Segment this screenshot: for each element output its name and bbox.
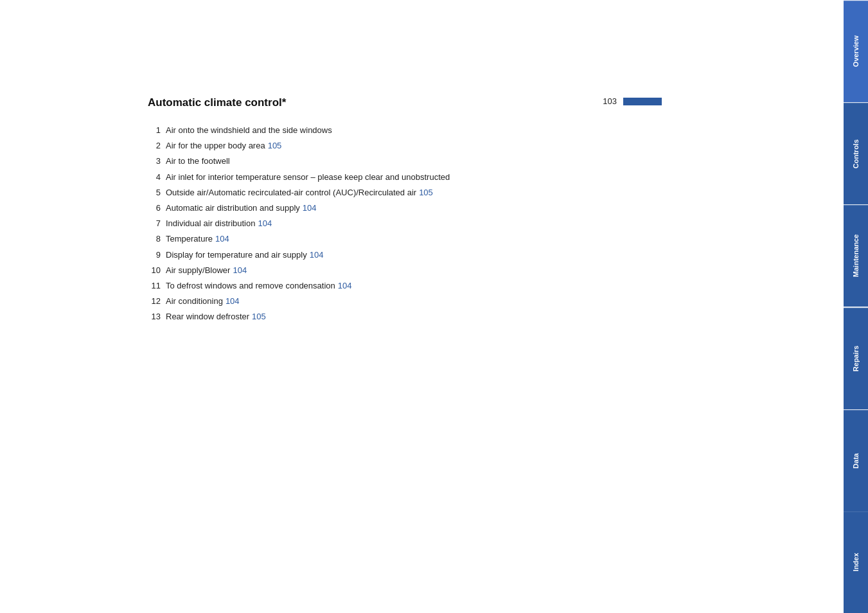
list-item: 5Outside air/Automatic recirculated-air … [148,187,662,199]
sidebar-tab-maintenance[interactable]: Maintenance [844,204,868,306]
item-number: 8 [148,233,166,245]
item-text: Air to the footwell [166,155,662,167]
page-number-bar [623,98,662,105]
item-text: Air supply/Blower104 [166,265,662,276]
page-title: Automatic climate control* [148,96,286,109]
item-number: 9 [148,249,166,261]
item-page-link[interactable]: 104 [303,203,317,213]
list-item: 2Air for the upper body area105 [148,140,662,152]
item-text: Air onto the windshield and the side win… [166,125,662,136]
list-item: 4Air inlet for interior temperature sens… [148,172,662,183]
main-content: Automatic climate control* 103 1Air onto… [148,96,662,326]
item-text: Air inlet for interior temperature senso… [166,172,662,183]
list-item: 8Temperature104 [148,233,662,245]
item-page-link[interactable]: 105 [268,141,282,150]
item-number: 7 [148,218,166,229]
list-item: 12Air conditioning104 [148,296,662,307]
list-item: 1Air onto the windshield and the side wi… [148,125,662,136]
list-item: 11To defrost windows and remove condensa… [148,280,662,292]
item-text: Automatic air distribution and supply104 [166,202,662,214]
list-item: 7Individual air distribution104 [148,218,662,229]
list-item: 3Air to the footwell [148,155,662,167]
item-text: Air for the upper body area105 [166,140,662,152]
item-number: 1 [148,125,166,136]
item-number: 4 [148,172,166,183]
sidebar-tab-index[interactable]: Index [844,511,868,613]
item-number: 5 [148,187,166,199]
item-page-link[interactable]: 104 [338,281,352,290]
item-page-link[interactable]: 104 [258,218,272,228]
item-text: Individual air distribution104 [166,218,662,229]
item-number: 10 [148,265,166,276]
right-sidebar: OverviewControlsMaintenanceRepairsDataIn… [844,0,868,613]
sidebar-tab-controls[interactable]: Controls [844,102,868,204]
page-number-area: 103 [603,96,662,106]
item-text: Rear window defroster105 [166,311,662,323]
item-number: 13 [148,311,166,323]
item-page-link[interactable]: 104 [215,234,229,244]
list-item: 9Display for temperature and air supply1… [148,249,662,261]
page-header: Automatic climate control* 103 [148,96,662,112]
item-text: To defrost windows and remove condensati… [166,280,662,292]
sidebar-tab-overview[interactable]: Overview [844,0,868,102]
item-text: Display for temperature and air supply10… [166,249,662,261]
item-number: 2 [148,140,166,152]
item-page-link[interactable]: 105 [252,312,266,321]
item-number: 11 [148,280,166,292]
page-number: 103 [603,96,617,106]
item-text: Air conditioning104 [166,296,662,307]
item-text: Temperature104 [166,233,662,245]
list-item: 13Rear window defroster105 [148,311,662,323]
list-item: 10Air supply/Blower104 [148,265,662,276]
item-page-link[interactable]: 105 [419,188,433,197]
item-number: 6 [148,202,166,214]
items-list: 1Air onto the windshield and the side wi… [148,125,662,323]
item-number: 3 [148,155,166,167]
item-number: 12 [148,296,166,307]
item-page-link[interactable]: 104 [233,265,247,275]
sidebar-tab-data[interactable]: Data [844,409,868,511]
list-item: 6Automatic air distribution and supply10… [148,202,662,214]
sidebar-tab-repairs[interactable]: Repairs [844,307,868,409]
item-text: Outside air/Automatic recirculated-air c… [166,187,662,199]
item-page-link[interactable]: 104 [226,296,240,306]
item-page-link[interactable]: 104 [310,250,324,260]
